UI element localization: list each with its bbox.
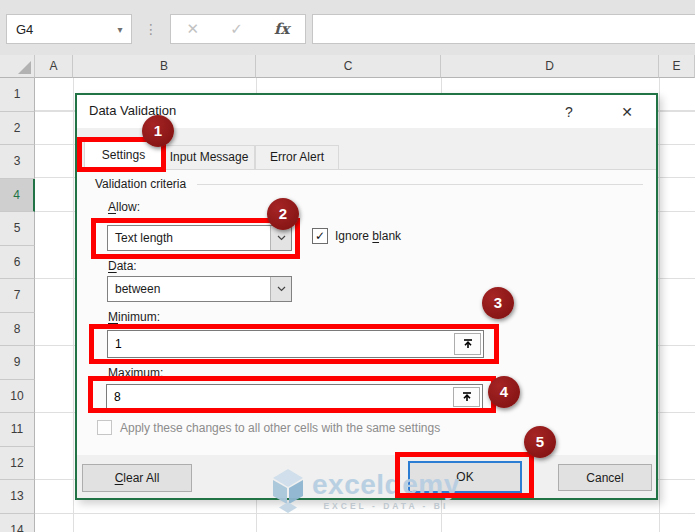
chevron-down-icon[interactable] — [270, 277, 291, 301]
row-header-13[interactable]: 13 — [0, 480, 35, 514]
annotation-box-allow-dropdown — [91, 218, 300, 259]
ignore-blank-checkbox[interactable]: ✓ — [312, 228, 328, 244]
row-header-2[interactable]: 2 — [0, 112, 35, 146]
cancel-entry-icon[interactable]: ✕ — [187, 20, 200, 38]
row-header-8[interactable]: 8 — [0, 313, 35, 347]
name-box-dropdown-icon[interactable]: ▾ — [109, 24, 131, 35]
row-header-3[interactable]: 3 — [0, 145, 35, 179]
row-header-7[interactable]: 7 — [0, 279, 35, 313]
gridline — [73, 78, 74, 532]
apply-changes-label: Apply these changes to all other cells w… — [120, 421, 440, 435]
name-box[interactable]: G4 ▾ — [6, 14, 132, 44]
data-dropdown[interactable]: between — [107, 276, 292, 302]
gridline — [659, 78, 660, 532]
row-header-11[interactable]: 11 — [0, 413, 35, 447]
name-box-value: G4 — [7, 22, 109, 37]
row-header-6[interactable]: 6 — [0, 246, 35, 280]
close-icon[interactable]: ✕ — [611, 100, 643, 124]
select-all-triangle-icon — [18, 61, 31, 74]
excel-window: G4 ▾ ⋮ ✕ ✓ fx A B C D E 1 2 3 4 5 6 7 8 … — [0, 0, 695, 532]
annotation-box-maximum-field — [88, 376, 496, 413]
column-header-b[interactable]: B — [73, 55, 256, 78]
row-header-12[interactable]: 12 — [0, 447, 35, 481]
groupbox-line — [197, 184, 643, 185]
tab-error-alert[interactable]: Error Alert — [255, 145, 339, 169]
annotation-box-ok-button — [395, 452, 534, 498]
validation-criteria-group-label: Validation criteria — [95, 177, 186, 191]
row-header-5[interactable]: 5 — [0, 212, 35, 246]
tab-input-message[interactable]: Input Message — [163, 145, 255, 169]
insert-function-icon[interactable]: fx — [274, 20, 289, 38]
ignore-blank-label: Ignore blank — [335, 229, 401, 243]
help-icon[interactable]: ? — [556, 100, 582, 124]
minimum-label: Minimum: — [108, 310, 160, 324]
column-header-e[interactable]: E — [659, 55, 695, 78]
formula-bar-separator-icon: ⋮ — [144, 14, 158, 44]
column-header-a[interactable]: A — [35, 55, 73, 78]
apply-changes-checkbox[interactable] — [97, 420, 112, 435]
cancel-button[interactable]: Cancel — [558, 464, 652, 491]
row-header-4-selected[interactable]: 4 — [0, 179, 35, 213]
select-all-button[interactable] — [0, 55, 35, 78]
annotation-badge-2: 2 — [267, 198, 299, 230]
confirm-entry-icon[interactable]: ✓ — [230, 20, 243, 38]
annotation-badge-1: 1 — [142, 115, 174, 147]
data-label: Data: — [108, 259, 137, 273]
data-dropdown-value: between — [108, 282, 270, 296]
annotation-box-minimum-field — [89, 324, 499, 364]
allow-label: Allow: — [108, 200, 140, 214]
annotation-badge-4: 4 — [488, 376, 520, 408]
column-header-c[interactable]: C — [256, 55, 441, 78]
row-header-14[interactable]: 14 — [0, 514, 35, 532]
annotation-badge-3: 3 — [482, 287, 514, 319]
row-header-1[interactable]: 1 — [0, 78, 35, 112]
dialog-footer: Clear All OK Cancel — [77, 455, 656, 498]
row-header-9[interactable]: 9 — [0, 346, 35, 380]
column-headers: A B C D E — [35, 55, 695, 78]
formula-bar-input[interactable] — [312, 14, 695, 44]
annotation-badge-5: 5 — [524, 426, 556, 458]
formula-bar-buttons: ✕ ✓ fx — [170, 14, 306, 44]
row-headers: 1 2 3 4 5 6 7 8 9 10 11 12 13 14 — [0, 78, 35, 532]
row-header-10[interactable]: 10 — [0, 380, 35, 414]
column-header-d[interactable]: D — [441, 55, 659, 78]
clear-all-button[interactable]: Clear All — [82, 464, 192, 492]
